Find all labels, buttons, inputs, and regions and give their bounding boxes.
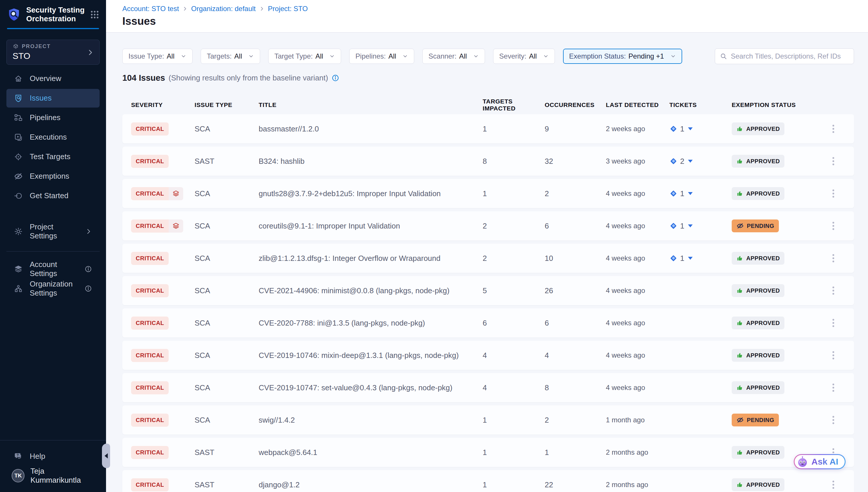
ticket-cell-content[interactable]: 2 [669,157,732,166]
severity-badge: CRITICAL [131,284,169,297]
last-detected-cell: 2 months ago [606,481,669,489]
column-header: LAST DETECTED [606,101,669,108]
issue-row[interactable]: CRITICAL SAST django@1.2 1 22 2 months a… [122,470,854,492]
row-menu-button[interactable] [830,349,837,362]
user-menu[interactable]: TK Teja Kummarikuntla [6,466,100,485]
filter-dropdown[interactable]: Pipelines: All [349,49,414,64]
issue-row[interactable]: CRITICAL SCA CVE-2019-10746: mixin-deep@… [122,341,854,370]
tickets-cell: 1 [669,124,732,133]
issue-title[interactable]: swig//1.4.2 [259,416,483,425]
issue-row[interactable]: CRITICAL SCA CVE-2020-7788: ini@1.3.5 (l… [122,309,854,338]
ask-ai-button[interactable]: Ask AI [794,454,846,469]
issue-title[interactable]: webpack@5.64.1 [259,448,483,457]
row-menu-button[interactable] [830,155,837,168]
caret-down-icon [688,224,693,227]
sidebar-item-label: Get Started [30,191,69,200]
issue-row[interactable]: CRITICAL SAST webpack@5.64.1 1 1 2 month… [122,438,854,467]
filter-dropdown[interactable]: Scanner: All [422,49,485,64]
main-area: Account: STO test Organization: default … [106,0,868,492]
breadcrumb-project-link[interactable]: Project: STO [268,5,308,13]
filter-dropdown[interactable]: Exemption Status: Pending +1 [563,49,682,64]
column-header: ISSUE TYPE [194,101,259,108]
sidebar-item-executions[interactable]: Executions [6,128,100,147]
sidebar-item-help[interactable]: ? Help [6,447,100,466]
row-menu-button[interactable] [830,252,837,265]
search-input[interactable] [731,52,849,60]
exemption-status-cell: APPROVED [732,187,821,200]
filter-dropdown[interactable]: Target Type: All [268,49,341,64]
issue-title[interactable]: CVE-2021-44906: minimist@0.0.8 (lang-pkg… [259,286,483,295]
issue-title[interactable]: CVE-2020-7788: ini@1.3.5 (lang-pkgs, nod… [259,319,483,328]
last-detected-cell: 1 month ago [606,416,669,424]
project-kicker-label: PROJECT [22,44,51,50]
eye-off-icon [736,416,744,424]
row-menu-button[interactable] [830,284,837,297]
severity-label: CRITICAL [131,122,169,136]
target-icon [14,152,23,161]
filter-dropdown[interactable]: Targets: All [201,49,260,64]
issue-row[interactable]: CRITICAL SCA swig//1.4.2 1 2 1 month ago [122,405,854,435]
ticket-cell-content[interactable]: 1 [669,254,732,263]
occurrences-cell: 8 [545,383,606,392]
sidebar-item-test-targets[interactable]: Test Targets [6,147,100,166]
sidebar-item-account-settings[interactable]: Account Settings [6,260,100,278]
issues-table: CRITICAL SCA bassmaster//1.2.0 1 9 2 wee… [122,114,854,492]
ticket-cell-content[interactable]: 1 [669,222,732,230]
sidebar-item-project-settings[interactable]: Project Settings [6,222,100,241]
row-menu-button[interactable] [830,220,837,232]
issue-row[interactable]: CRITICAL SAST B324: hashlib 8 32 3 weeks… [122,147,854,176]
issue-title[interactable]: CVE-2019-10747: set-value@0.4.3 (lang-pk… [259,383,483,392]
exemption-status-badge: APPROVED [732,155,784,168]
issue-row[interactable]: CRITICAL SCA coreutils@9.1-1: Improper I… [122,211,854,241]
issue-title[interactable]: zlib@1:1.2.13.dfsg-1: Integer Overflow o… [259,254,483,263]
ticket-cell-content[interactable]: 1 [669,189,732,198]
info-icon[interactable] [84,265,92,273]
row-menu-button[interactable] [830,187,837,200]
last-detected-cell: 2 weeks ago [606,125,669,133]
severity-label: CRITICAL [131,220,169,232]
issue-title[interactable]: django@1.2 [259,480,483,489]
app-grid-icon[interactable] [90,10,99,19]
issue-title[interactable]: gnutls28@3.7.9-2+deb12u5: Improper Input… [259,189,483,198]
row-menu-button[interactable] [830,478,837,491]
severity-badge: CRITICAL [131,317,169,330]
issue-title[interactable]: CVE-2019-10746: mixin-deep@1.3.1 (lang-p… [259,351,483,360]
project-selector[interactable]: PROJECT STO [6,40,100,65]
sidebar-collapse-handle[interactable] [102,444,110,468]
occurrences-cell: 4 [545,351,606,360]
issue-title[interactable]: bassmaster//1.2.0 [259,124,483,133]
row-menu-button[interactable] [830,381,837,394]
sidebar-item-organization-settings[interactable]: Organization Settings [6,279,100,298]
issue-title[interactable]: coreutils@9.1-1: Improper Input Validati… [259,222,483,230]
ticket-count: 2 [680,157,684,166]
sidebar-item-overview[interactable]: Overview [6,69,100,88]
issue-row[interactable]: CRITICAL SCA zlib@1:1.2.13.dfsg-1: Integ… [122,244,854,273]
filter-dropdown[interactable]: Issue Type: All [122,49,192,64]
sidebar-item-get-started[interactable]: Get Started [6,187,100,205]
issue-row[interactable]: CRITICAL SCA gnutls28@3.7.9-2+deb12u5: I… [122,179,854,208]
ticket-cell-content[interactable]: 1 [669,124,732,133]
filter-dropdown[interactable]: Severity: All [493,49,555,64]
breadcrumb-organization-link[interactable]: Organization: default [191,5,256,13]
sidebar-item-exemptions[interactable]: Exemptions [6,167,100,186]
row-menu-button[interactable] [830,317,837,329]
exemption-status-label: APPROVED [746,320,780,326]
issue-title[interactable]: B324: hashlib [259,157,483,166]
sidebar-item-issues[interactable]: Issues [6,89,100,107]
exemption-status-badge: APPROVED [732,122,784,135]
breadcrumb-account-link[interactable]: Account: STO test [122,5,179,13]
row-menu-button[interactable] [830,122,837,135]
issue-row[interactable]: CRITICAL SCA bassmaster//1.2.0 1 9 2 wee… [122,114,854,143]
info-icon[interactable] [84,285,92,292]
row-menu-button[interactable] [830,414,837,426]
tickets-cell: 1 [669,189,732,198]
exemption-status-label: PENDING [747,223,774,229]
info-icon[interactable] [332,74,339,82]
occurrences-cell: 2 [545,416,606,425]
issue-row[interactable]: CRITICAL SCA CVE-2019-10747: set-value@0… [122,373,854,402]
severity-label: CRITICAL [131,187,169,200]
issue-type-cell: SAST [194,157,259,166]
thumbs-up-icon [736,319,743,326]
sidebar-item-pipelines[interactable]: Pipelines [6,108,100,127]
issue-row[interactable]: CRITICAL SCA CVE-2021-44906: minimist@0.… [122,276,854,305]
